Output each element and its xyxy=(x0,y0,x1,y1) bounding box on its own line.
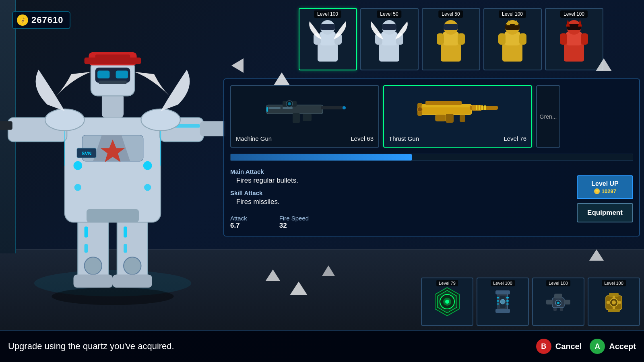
weapon-card-partial[interactable]: Gren... xyxy=(536,85,560,148)
svg-rect-112 xyxy=(495,309,510,313)
svg-rect-119 xyxy=(506,300,509,302)
svg-rect-128 xyxy=(560,308,563,311)
progress-bar-fill xyxy=(231,154,412,160)
svg-rect-47 xyxy=(320,24,335,30)
svg-rect-85 xyxy=(303,114,312,121)
svg-rect-116 xyxy=(497,300,499,302)
bottom-items-row: Level 79 Level 100 xyxy=(421,278,640,326)
svg-rect-66 xyxy=(498,33,506,45)
svg-point-5 xyxy=(124,257,141,274)
svg-rect-86 xyxy=(268,107,281,109)
thrust-gun-footer: Thrust Gun Level 76 xyxy=(389,135,526,142)
equipment-button[interactable]: Equipment xyxy=(577,203,633,222)
deco-tri-5 xyxy=(596,58,612,71)
svg-rect-31 xyxy=(102,94,124,118)
svg-rect-36 xyxy=(99,80,126,84)
svg-point-18 xyxy=(74,184,81,191)
svg-rect-134 xyxy=(613,296,615,299)
weapon-cards-row: Machine Gun Level 63 xyxy=(230,85,633,148)
char-card-1[interactable]: Level 50 xyxy=(360,8,419,70)
svg-point-17 xyxy=(143,161,152,170)
svg-rect-99 xyxy=(446,114,454,123)
item-level-2: Level 100 xyxy=(546,280,570,286)
svg-rect-122 xyxy=(554,294,562,298)
svg-rect-98 xyxy=(425,101,462,105)
svg-rect-53 xyxy=(382,24,396,30)
char-card-2[interactable]: Level 50 xyxy=(422,8,480,70)
svg-rect-96 xyxy=(481,105,483,110)
svg-rect-84 xyxy=(293,113,300,123)
weapon-card-machine-gun[interactable]: Machine Gun Level 63 xyxy=(230,85,379,148)
svg-rect-120 xyxy=(506,303,509,305)
svg-rect-59 xyxy=(444,24,458,30)
svg-point-1 xyxy=(52,288,173,305)
thrust-gun-image xyxy=(389,91,526,127)
svg-point-126 xyxy=(557,302,559,304)
deco-tri-2 xyxy=(266,269,280,281)
fire-speed-label: Fire Speed xyxy=(279,215,309,222)
char-card-4[interactable]: Level 100 xyxy=(545,8,603,70)
svg-rect-131 xyxy=(608,309,620,312)
svg-point-109 xyxy=(445,300,449,304)
svg-rect-115 xyxy=(497,297,499,298)
svg-rect-56 xyxy=(441,43,461,62)
svg-rect-22 xyxy=(0,121,12,130)
level-up-button[interactable]: Level UP 🪙 10297 xyxy=(577,175,633,199)
svg-rect-124 xyxy=(564,300,570,304)
svg-rect-74 xyxy=(560,33,567,45)
svg-rect-123 xyxy=(546,300,553,304)
svg-rect-75 xyxy=(581,33,588,45)
svg-rect-118 xyxy=(506,297,509,298)
main-attack-label: Main Attack xyxy=(230,168,573,175)
svg-rect-127 xyxy=(553,308,557,311)
svg-rect-103 xyxy=(421,105,470,107)
item-card-2[interactable]: Level 100 xyxy=(532,278,584,326)
item-card-1[interactable]: Level 100 xyxy=(477,278,529,326)
char-img-4 xyxy=(546,9,603,70)
bottom-bar: Upgrade using the quartz you've acquired… xyxy=(0,330,644,362)
svg-rect-50 xyxy=(379,43,399,62)
char-card-0[interactable]: Level 100 xyxy=(299,8,357,70)
machine-gun-level: Level 63 xyxy=(351,135,374,142)
char-level-1: Level 50 xyxy=(377,10,401,18)
svg-rect-12 xyxy=(65,118,161,222)
char-img-1 xyxy=(361,9,418,70)
svg-rect-70 xyxy=(564,43,584,62)
svg-rect-87 xyxy=(283,107,293,109)
svg-rect-27 xyxy=(200,121,225,136)
attack-label: Attack xyxy=(230,215,247,222)
svg-rect-35 xyxy=(116,71,128,79)
nav-arrow-left-icon[interactable] xyxy=(231,58,244,73)
robot-figure: SVN xyxy=(0,0,225,314)
fire-speed-stat: Fire Speed 32 xyxy=(279,215,309,230)
svg-rect-34 xyxy=(97,71,109,79)
progress-bar-container xyxy=(230,154,633,161)
deco-tri-1 xyxy=(274,72,290,85)
svg-rect-135 xyxy=(613,306,615,309)
weapon-card-thrust-gun[interactable]: Thrust Gun Level 76 xyxy=(383,85,532,148)
item-card-0[interactable]: Level 79 xyxy=(421,278,473,326)
deco-tri-3 xyxy=(290,282,308,295)
svg-point-16 xyxy=(74,161,83,170)
svg-rect-137 xyxy=(618,301,621,304)
item-card-3[interactable]: Level 100 xyxy=(588,278,640,326)
char-level-0: Level 100 xyxy=(314,10,341,18)
svg-rect-97 xyxy=(484,105,486,110)
skill-attack-desc: Fires missiles. xyxy=(236,198,573,206)
bottom-buttons: B Cancel A Accept xyxy=(536,339,636,354)
machine-gun-footer: Machine Gun Level 63 xyxy=(236,135,374,142)
item-level-3: Level 100 xyxy=(602,280,626,286)
hint-text: Upgrade using the quartz you've acquired… xyxy=(8,341,536,352)
char-card-3[interactable]: Level 100 xyxy=(483,8,542,70)
deco-tri-6 xyxy=(589,249,604,261)
char-img-0 xyxy=(299,9,356,70)
cancel-button[interactable]: B Cancel xyxy=(536,339,582,354)
accept-button[interactable]: A Accept xyxy=(590,339,636,354)
partial-weapon-name: Gren... xyxy=(540,113,557,120)
svg-rect-6 xyxy=(85,226,88,237)
thrust-gun-level: Level 76 xyxy=(504,135,526,142)
svg-rect-61 xyxy=(458,33,465,45)
fire-speed-value: 32 xyxy=(279,222,309,230)
a-label: A xyxy=(595,342,600,351)
b-label: B xyxy=(541,342,546,351)
